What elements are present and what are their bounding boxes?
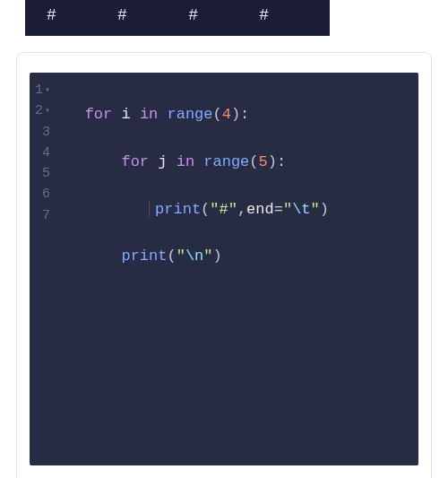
fold-icon: ▾ (45, 83, 50, 98)
line-number-gutter: 1▾ 2▾ 3 4 5 6 7 (30, 80, 57, 458)
answer-option-1[interactable]: 1▾ 2▾ 3 4 5 6 7 for i in range(4): for j… (16, 52, 432, 478)
fold-icon: ▾ (45, 104, 50, 118)
code-line: for j in range(5): (57, 151, 411, 174)
output-line: # # # # (47, 6, 270, 24)
code-body: for i in range(4): for j in range(5): pr… (57, 80, 418, 458)
code-line: print("\n") (57, 245, 411, 268)
code-editor: 1▾ 2▾ 3 4 5 6 7 for i in range(4): for j… (30, 73, 418, 465)
code-line (57, 292, 411, 316)
quiz-page: # # # # 1▾ 2▾ 3 4 5 6 7 for i in range(4… (0, 0, 448, 478)
output-panel-wrap: # # # # (25, 0, 330, 36)
code-line (57, 340, 411, 363)
program-output: # # # # (25, 0, 330, 36)
code-line (57, 387, 411, 410)
code-line: print("#",end="\t") (57, 198, 411, 222)
code-line: for i in range(4): (57, 103, 411, 126)
